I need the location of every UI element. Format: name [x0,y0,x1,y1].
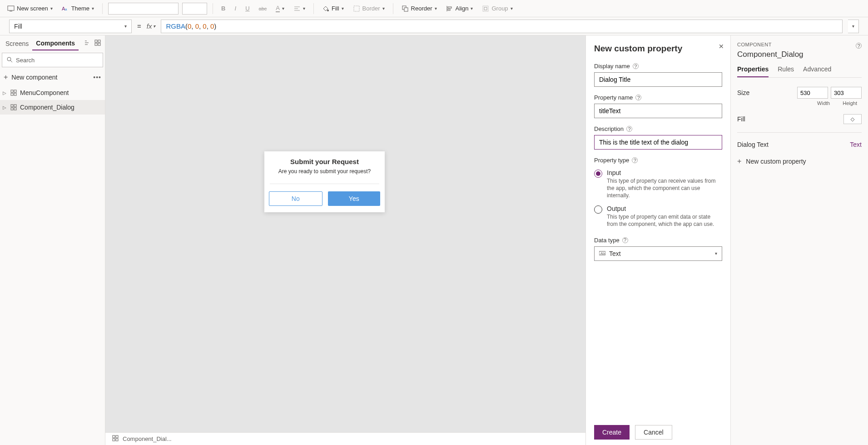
property-name-label: Property name ? [594,94,722,101]
fill-dropdown[interactable]: Fill ▾ [319,3,347,14]
breadcrumb[interactable]: Component_Dial... [123,435,172,442]
search-input[interactable]: Search [2,53,103,67]
tab-rules[interactable]: Rules [778,65,794,77]
fx-button[interactable]: fx▾ [147,22,156,30]
font-size-select[interactable] [182,3,207,15]
tab-advanced[interactable]: Advanced [803,65,831,77]
canvas-area[interactable]: Submit your Request Are you ready to sub… [105,35,585,445]
formula-row: Fill ▾ = fx▾ RGBA(0, 0, 0, 0) ▾ [0,17,868,35]
svg-rect-30 [14,105,16,107]
dialog-component[interactable]: Submit your Request Are you ready to sub… [264,151,385,212]
no-button[interactable]: No [269,191,322,206]
close-icon[interactable]: ✕ [719,43,724,50]
grid-view-icon[interactable] [94,39,101,48]
strikethrough-button[interactable]: abc [256,4,270,13]
tree-view-icon[interactable] [84,39,91,48]
description-label: Description ? [594,125,722,132]
radio-input[interactable]: Input This type of property can receive … [594,169,722,200]
reorder-label: Reorder [411,5,432,12]
description-input[interactable] [594,135,722,150]
svg-rect-22 [98,43,100,45]
radio-input-desc: This type of property can receive values… [607,177,722,200]
help-icon[interactable]: ? [626,126,632,132]
theme-dropdown[interactable]: Aa Theme ▾ [59,3,97,14]
svg-rect-13 [448,9,450,10]
help-icon[interactable]: ? [635,95,641,100]
svg-rect-35 [113,439,115,441]
cancel-button[interactable]: Cancel [635,425,672,440]
data-type-value: Text [609,250,621,257]
svg-rect-15 [484,7,487,10]
new-component-button[interactable]: + New component ••• [0,69,105,85]
svg-rect-26 [14,90,16,92]
dialog-divider [270,184,379,184]
italic-button[interactable]: I [232,3,239,14]
fill-color-picker[interactable] [843,114,862,124]
screen-icon [7,5,15,12]
font-color-button[interactable]: A▾ [273,3,287,14]
underline-button[interactable]: U [243,3,252,14]
separator [313,3,314,14]
group-label: Group [491,5,508,12]
tab-properties[interactable]: Properties [737,65,769,77]
search-placeholder: Search [16,57,35,64]
fill-label: Fill [737,115,745,123]
width-input[interactable] [797,87,828,99]
chevron-down-icon: ▾ [124,24,127,29]
radio-circle-selected [594,170,602,178]
new-custom-property-button[interactable]: + New custom property [737,157,862,165]
radio-output[interactable]: Output This type of property can emit da… [594,205,722,228]
separator [393,3,393,14]
height-input[interactable] [831,87,862,99]
dialog-text-type-link[interactable]: Text [850,141,862,148]
equals-sign: = [137,22,141,30]
property-selector-value: Fill [14,23,22,30]
tree-item-component-dialog[interactable]: ▷ Component_Dialog [0,100,105,115]
property-selector[interactable]: Fill ▾ [9,20,132,33]
tree-item-menucomponent[interactable]: ▷ MenuComponent [0,85,105,100]
help-icon[interactable]: ? [633,63,639,69]
border-dropdown[interactable]: Border ▾ [350,3,387,14]
chevron-down-icon: ▾ [435,6,437,11]
svg-rect-25 [11,90,13,92]
formula-input[interactable]: RGBA(0, 0, 0, 0) [161,20,843,33]
align-label: Align [456,5,469,12]
svg-line-24 [10,60,12,62]
panel-title: New custom property [594,44,722,54]
formula-expand-button[interactable]: ▾ [848,20,859,33]
group-dropdown[interactable]: Group ▾ [479,3,515,14]
bold-button[interactable]: B [218,3,228,14]
help-icon[interactable]: ? [622,237,628,243]
chevron-down-icon: ▾ [715,251,717,256]
data-type-select[interactable]: Abc Text ▾ [594,246,722,261]
display-name-input[interactable] [594,72,722,87]
chevron-down-icon: ▾ [50,6,53,11]
text-align-button[interactable]: ▾ [291,3,308,14]
fill-label: Fill [332,5,339,12]
svg-rect-8 [354,6,359,11]
help-icon[interactable]: ? [856,43,862,49]
svg-rect-10 [404,8,408,11]
tree-item-label: Component_Dialog [20,104,74,111]
font-name-select[interactable] [108,3,179,15]
help-icon[interactable]: ? [632,157,638,163]
separator [102,3,103,14]
tab-screens[interactable]: Screens [2,37,32,50]
theme-label: Theme [71,5,89,12]
plus-icon: + [737,157,741,165]
component-properties-panel: COMPONENT Component_Dialog ? Properties … [731,35,868,445]
more-icon[interactable]: ••• [93,74,101,81]
yes-button[interactable]: Yes [328,191,381,206]
property-name-input[interactable] [594,104,722,118]
tab-components[interactable]: Components [32,37,79,50]
reorder-dropdown[interactable]: Reorder ▾ [399,3,440,14]
svg-rect-33 [113,435,115,438]
svg-rect-27 [11,93,13,95]
dialog-text-property-label: Dialog Text [737,141,769,148]
new-screen-dropdown[interactable]: New screen ▾ [5,3,55,14]
size-label: Size [737,89,749,96]
align-dropdown[interactable]: Align ▾ [443,3,476,14]
create-button[interactable]: Create [594,425,630,440]
height-sublabel: Height [843,100,857,106]
svg-point-7 [327,10,329,11]
